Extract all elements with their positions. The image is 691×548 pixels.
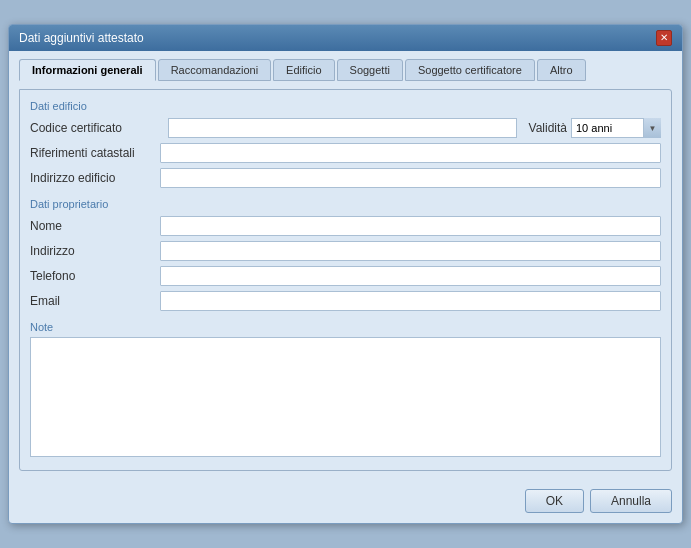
main-panel: Dati edificio Codice certificato Validit… <box>19 89 672 471</box>
telefono-label: Telefono <box>30 269 160 283</box>
main-dialog: Dati aggiuntivi attestato ✕ Informazioni… <box>8 24 683 524</box>
validita-wrapper: Validità 10 anni 5 anni 1 anno ▼ <box>525 118 661 138</box>
dati-proprietario-title: Dati proprietario <box>30 198 661 210</box>
indirizzo-edificio-label: Indirizzo edificio <box>30 171 160 185</box>
codice-certificato-row: Codice certificato Validità 10 anni 5 an… <box>30 118 661 138</box>
dialog-footer: OK Annulla <box>9 481 682 523</box>
indirizzo-input[interactable] <box>160 241 661 261</box>
riferimenti-catastali-label: Riferimenti catastali <box>30 146 160 160</box>
nome-row: Nome <box>30 216 661 236</box>
validita-select[interactable]: 10 anni 5 anni 1 anno <box>571 118 661 138</box>
tab-bar: Informazioni generali Raccomandazioni Ed… <box>19 59 672 81</box>
indirizzo-edificio-row: Indirizzo edificio <box>30 168 661 188</box>
indirizzo-label: Indirizzo <box>30 244 160 258</box>
email-row: Email <box>30 291 661 311</box>
tab-raccomandazioni[interactable]: Raccomandazioni <box>158 59 271 81</box>
close-button[interactable]: ✕ <box>656 30 672 46</box>
annulla-button[interactable]: Annulla <box>590 489 672 513</box>
ok-button[interactable]: OK <box>525 489 584 513</box>
indirizzo-edificio-input[interactable] <box>160 168 661 188</box>
validita-select-wrapper: 10 anni 5 anni 1 anno ▼ <box>571 118 661 138</box>
riferimenti-catastali-row: Riferimenti catastali <box>30 143 661 163</box>
note-section: Note <box>30 321 661 460</box>
dialog-title: Dati aggiuntivi attestato <box>19 31 144 45</box>
note-textarea[interactable] <box>30 337 661 457</box>
telefono-row: Telefono <box>30 266 661 286</box>
dati-edificio-section: Dati edificio Codice certificato Validit… <box>30 100 661 188</box>
email-input[interactable] <box>160 291 661 311</box>
validita-label: Validità <box>529 121 567 135</box>
tab-altro[interactable]: Altro <box>537 59 586 81</box>
riferimenti-catastali-input[interactable] <box>160 143 661 163</box>
title-bar: Dati aggiuntivi attestato ✕ <box>9 25 682 51</box>
dati-proprietario-section: Dati proprietario Nome Indirizzo Telefon… <box>30 198 661 311</box>
tab-soggetti[interactable]: Soggetti <box>337 59 403 81</box>
tab-edificio[interactable]: Edificio <box>273 59 334 81</box>
nome-label: Nome <box>30 219 160 233</box>
nome-input[interactable] <box>160 216 661 236</box>
indirizzo-row: Indirizzo <box>30 241 661 261</box>
telefono-input[interactable] <box>160 266 661 286</box>
codice-certificato-label: Codice certificato <box>30 121 160 135</box>
email-label: Email <box>30 294 160 308</box>
tab-informazioni-generali[interactable]: Informazioni generali <box>19 59 156 81</box>
tab-soggetto-certificatore[interactable]: Soggetto certificatore <box>405 59 535 81</box>
dati-edificio-title: Dati edificio <box>30 100 661 112</box>
dialog-content: Informazioni generali Raccomandazioni Ed… <box>9 51 682 481</box>
note-title: Note <box>30 321 661 333</box>
codice-certificato-input[interactable] <box>168 118 517 138</box>
